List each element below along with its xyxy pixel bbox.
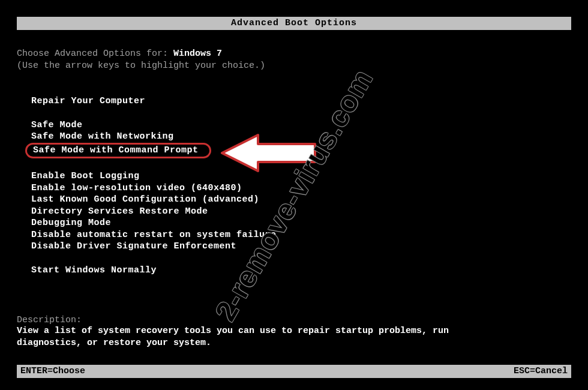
title-bar: Advanced Boot Options [17,17,571,30]
footer-enter-hint: ENTER=Choose [20,365,85,378]
menu-item-boot-logging[interactable]: Enable Boot Logging [31,170,571,182]
description-text: View a list of system recovery tools you… [17,325,487,349]
intro-hint: (Use the arrow keys to highlight your ch… [17,60,571,72]
menu-item-start-normally[interactable]: Start Windows Normally [31,265,571,277]
menu-item-debugging[interactable]: Debugging Mode [31,217,571,229]
menu-item-safe-mode[interactable]: Safe Mode [31,119,571,131]
menu-item-last-known-good[interactable]: Last Known Good Configuration (advanced) [31,194,571,206]
os-name: Windows 7 [173,49,222,59]
intro-prefix: Choose Advanced Options for: [17,49,173,59]
description-label: Description: [17,315,96,325]
menu-item-ds-restore[interactable]: Directory Services Restore Mode [31,206,571,218]
menu-item-low-res[interactable]: Enable low-resolution video (640x480) [31,182,571,194]
boot-screen: Advanced Boot Options Choose Advanced Op… [0,0,588,390]
menu-item-safe-mode-cmd[interactable]: Safe Mode with Command Prompt [31,143,571,159]
highlighted-option: Safe Mode with Command Prompt [25,143,211,159]
description-block: Description: View a list of system recov… [17,315,571,349]
menu-item-safe-mode-networking[interactable]: Safe Mode with Networking [31,131,571,143]
footer-bar: ENTER=Choose ESC=Cancel [17,365,571,378]
boot-menu: Repair Your Computer Safe Mode Safe Mode… [17,95,571,276]
menu-item-repair[interactable]: Repair Your Computer [31,95,571,107]
footer-esc-hint: ESC=Cancel [514,365,568,378]
intro-line-1: Choose Advanced Options for: Windows 7 [17,48,571,60]
page-title: Advanced Boot Options [231,18,357,28]
content-area: Choose Advanced Options for: Windows 7 (… [17,48,571,276]
menu-item-disable-restart[interactable]: Disable automatic restart on system fail… [31,229,571,241]
menu-item-disable-driver-sig[interactable]: Disable Driver Signature Enforcement [31,241,571,253]
